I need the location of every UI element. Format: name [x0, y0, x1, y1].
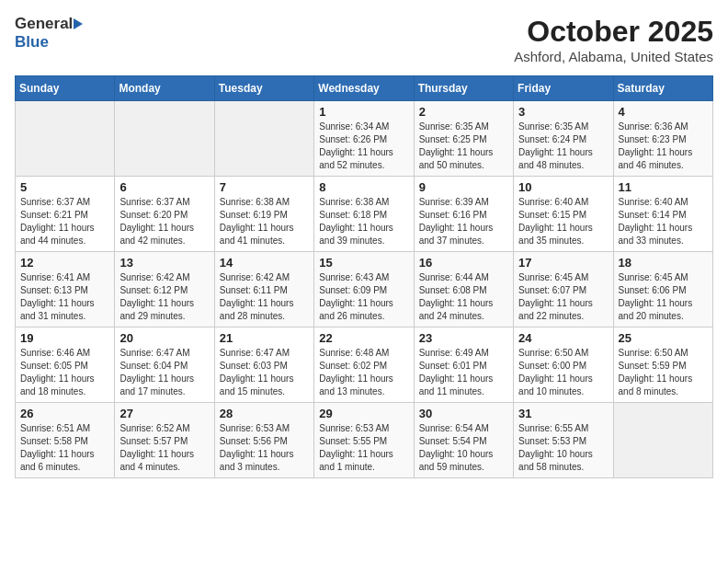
day-number: 31 — [518, 407, 608, 420]
calendar-cell: 14Sunrise: 6:42 AM Sunset: 6:11 PM Dayli… — [214, 252, 313, 327]
calendar-body: 1Sunrise: 6:34 AM Sunset: 6:26 PM Daylig… — [16, 101, 713, 478]
day-number: 17 — [518, 256, 608, 270]
day-info: Sunrise: 6:47 AM Sunset: 6:04 PM Dayligh… — [119, 348, 194, 396]
day-number: 13 — [119, 256, 209, 270]
calendar-cell: 5Sunrise: 6:37 AM Sunset: 6:21 PM Daylig… — [16, 177, 115, 252]
calendar-cell: 23Sunrise: 6:49 AM Sunset: 6:01 PM Dayli… — [414, 327, 513, 403]
calendar-cell: 17Sunrise: 6:45 AM Sunset: 6:07 PM Dayli… — [514, 252, 613, 327]
calendar-cell: 4Sunrise: 6:36 AM Sunset: 6:23 PM Daylig… — [613, 101, 712, 177]
day-number: 7 — [220, 180, 309, 194]
day-info: Sunrise: 6:38 AM Sunset: 6:18 PM Dayligh… — [319, 197, 393, 246]
calendar-cell: 30Sunrise: 6:54 AM Sunset: 5:54 PM Dayli… — [414, 403, 513, 478]
day-number: 9 — [419, 180, 508, 194]
calendar-cell: 9Sunrise: 6:39 AM Sunset: 6:16 PM Daylig… — [414, 177, 513, 252]
day-number: 27 — [119, 407, 209, 420]
calendar-cell: 2Sunrise: 6:35 AM Sunset: 6:25 PM Daylig… — [414, 101, 513, 177]
day-number: 16 — [419, 256, 508, 270]
day-info: Sunrise: 6:52 AM Sunset: 5:57 PM Dayligh… — [119, 423, 194, 472]
calendar-cell: 19Sunrise: 6:46 AM Sunset: 6:05 PM Dayli… — [16, 327, 115, 403]
day-number: 24 — [518, 331, 608, 345]
day-number: 19 — [20, 331, 109, 345]
calendar-cell: 28Sunrise: 6:53 AM Sunset: 5:56 PM Dayli… — [214, 403, 313, 478]
weekday-header-wednesday: Wednesday — [314, 76, 414, 101]
calendar-cell: 25Sunrise: 6:50 AM Sunset: 5:59 PM Dayli… — [613, 327, 712, 403]
calendar-cell: 12Sunrise: 6:41 AM Sunset: 6:13 PM Dayli… — [16, 252, 115, 327]
day-info: Sunrise: 6:51 AM Sunset: 5:58 PM Dayligh… — [20, 423, 95, 472]
day-info: Sunrise: 6:35 AM Sunset: 6:25 PM Dayligh… — [419, 121, 494, 170]
day-info: Sunrise: 6:49 AM Sunset: 6:01 PM Dayligh… — [419, 348, 494, 396]
day-info: Sunrise: 6:55 AM Sunset: 5:53 PM Dayligh… — [518, 423, 593, 472]
day-info: Sunrise: 6:35 AM Sunset: 6:24 PM Dayligh… — [518, 121, 593, 170]
day-number: 12 — [20, 256, 109, 270]
day-info: Sunrise: 6:45 AM Sunset: 6:06 PM Dayligh… — [619, 272, 693, 321]
weekday-header-saturday: Saturday — [613, 76, 712, 101]
day-info: Sunrise: 6:44 AM Sunset: 6:08 PM Dayligh… — [419, 272, 494, 321]
calendar-cell: 21Sunrise: 6:47 AM Sunset: 6:03 PM Dayli… — [214, 327, 313, 403]
day-info: Sunrise: 6:40 AM Sunset: 6:15 PM Dayligh… — [518, 197, 593, 246]
page-header: General Blue October 2025 Ashford, Alaba… — [15, 15, 713, 64]
calendar-cell: 31Sunrise: 6:55 AM Sunset: 5:53 PM Dayli… — [514, 403, 613, 478]
day-info: Sunrise: 6:34 AM Sunset: 6:26 PM Dayligh… — [319, 121, 393, 170]
weekday-header-thursday: Thursday — [414, 76, 513, 101]
day-number: 3 — [518, 105, 608, 119]
day-info: Sunrise: 6:40 AM Sunset: 6:14 PM Dayligh… — [619, 197, 693, 246]
day-info: Sunrise: 6:53 AM Sunset: 5:55 PM Dayligh… — [319, 423, 393, 472]
week-row-3: 12Sunrise: 6:41 AM Sunset: 6:13 PM Dayli… — [16, 252, 713, 327]
weekday-row: SundayMondayTuesdayWednesdayThursdayFrid… — [16, 76, 713, 101]
calendar-cell: 22Sunrise: 6:48 AM Sunset: 6:02 PM Dayli… — [314, 327, 414, 403]
calendar-cell: 7Sunrise: 6:38 AM Sunset: 6:19 PM Daylig… — [214, 177, 313, 252]
day-number: 29 — [319, 407, 408, 420]
day-info: Sunrise: 6:36 AM Sunset: 6:23 PM Dayligh… — [619, 121, 693, 170]
day-number: 25 — [619, 331, 708, 345]
day-number: 21 — [220, 331, 309, 345]
calendar-cell — [613, 403, 712, 478]
day-info: Sunrise: 6:42 AM Sunset: 6:11 PM Dayligh… — [220, 272, 294, 321]
weekday-header-sunday: Sunday — [16, 76, 115, 101]
calendar-cell: 29Sunrise: 6:53 AM Sunset: 5:55 PM Dayli… — [314, 403, 414, 478]
day-number: 26 — [20, 407, 109, 420]
weekday-header-tuesday: Tuesday — [214, 76, 313, 101]
day-number: 2 — [419, 105, 508, 119]
logo-arrow-icon — [74, 18, 83, 29]
day-number: 14 — [220, 256, 309, 270]
calendar-cell: 10Sunrise: 6:40 AM Sunset: 6:15 PM Dayli… — [514, 177, 613, 252]
day-number: 22 — [319, 331, 408, 345]
title-block: October 2025 Ashford, Alabama, United St… — [514, 15, 713, 64]
week-row-5: 26Sunrise: 6:51 AM Sunset: 5:58 PM Dayli… — [16, 403, 713, 478]
day-number: 8 — [319, 180, 408, 194]
calendar-cell: 15Sunrise: 6:43 AM Sunset: 6:09 PM Dayli… — [314, 252, 414, 327]
day-number: 11 — [619, 180, 708, 194]
calendar-cell: 11Sunrise: 6:40 AM Sunset: 6:14 PM Dayli… — [613, 177, 712, 252]
day-number: 20 — [119, 331, 209, 345]
day-number: 28 — [220, 407, 309, 420]
day-info: Sunrise: 6:50 AM Sunset: 5:59 PM Dayligh… — [619, 348, 693, 396]
day-number: 1 — [319, 105, 408, 119]
day-info: Sunrise: 6:37 AM Sunset: 6:20 PM Dayligh… — [119, 197, 194, 246]
week-row-2: 5Sunrise: 6:37 AM Sunset: 6:21 PM Daylig… — [16, 177, 713, 252]
week-row-1: 1Sunrise: 6:34 AM Sunset: 6:26 PM Daylig… — [16, 101, 713, 177]
day-number: 15 — [319, 256, 408, 270]
calendar-cell: 18Sunrise: 6:45 AM Sunset: 6:06 PM Dayli… — [613, 252, 712, 327]
calendar-cell — [16, 101, 115, 177]
day-info: Sunrise: 6:54 AM Sunset: 5:54 PM Dayligh… — [419, 423, 494, 472]
week-row-4: 19Sunrise: 6:46 AM Sunset: 6:05 PM Dayli… — [16, 327, 713, 403]
calendar-cell: 3Sunrise: 6:35 AM Sunset: 6:24 PM Daylig… — [514, 101, 613, 177]
calendar-table: SundayMondayTuesdayWednesdayThursdayFrid… — [15, 75, 713, 478]
calendar-cell: 1Sunrise: 6:34 AM Sunset: 6:26 PM Daylig… — [314, 101, 414, 177]
day-info: Sunrise: 6:41 AM Sunset: 6:13 PM Dayligh… — [20, 272, 95, 321]
day-info: Sunrise: 6:53 AM Sunset: 5:56 PM Dayligh… — [220, 423, 294, 472]
calendar-cell — [214, 101, 313, 177]
calendar-cell: 8Sunrise: 6:38 AM Sunset: 6:18 PM Daylig… — [314, 177, 414, 252]
calendar-cell: 20Sunrise: 6:47 AM Sunset: 6:04 PM Dayli… — [115, 327, 214, 403]
day-number: 5 — [20, 180, 109, 194]
day-info: Sunrise: 6:50 AM Sunset: 6:00 PM Dayligh… — [518, 348, 593, 396]
logo-blue: Blue — [15, 33, 49, 52]
calendar-cell: 13Sunrise: 6:42 AM Sunset: 6:12 PM Dayli… — [115, 252, 214, 327]
calendar-cell: 26Sunrise: 6:51 AM Sunset: 5:58 PM Dayli… — [16, 403, 115, 478]
day-info: Sunrise: 6:42 AM Sunset: 6:12 PM Dayligh… — [119, 272, 194, 321]
location: Ashford, Alabama, United States — [514, 49, 713, 64]
day-info: Sunrise: 6:43 AM Sunset: 6:09 PM Dayligh… — [319, 272, 393, 321]
weekday-header-monday: Monday — [115, 76, 214, 101]
day-info: Sunrise: 6:46 AM Sunset: 6:05 PM Dayligh… — [20, 348, 95, 396]
calendar-cell: 24Sunrise: 6:50 AM Sunset: 6:00 PM Dayli… — [514, 327, 613, 403]
